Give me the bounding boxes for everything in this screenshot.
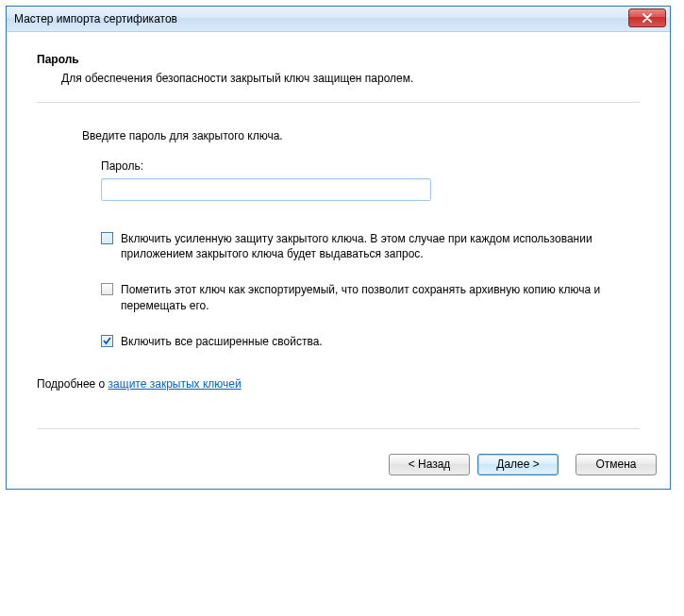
option-all-extended[interactable]: Включить все расширенные свойства.: [101, 334, 619, 349]
learn-more: Подробнее о защите закрытых ключей: [37, 377, 640, 391]
section-description: Для обеспечения безопасности закрытый кл…: [61, 72, 640, 85]
checkbox-exportable[interactable]: [101, 283, 113, 295]
back-button[interactable]: < Назад: [389, 454, 470, 475]
section-heading: Пароль: [37, 53, 640, 66]
close-button[interactable]: [628, 8, 666, 27]
form-area: Введите пароль для закрытого ключа. Паро…: [37, 129, 640, 349]
option-all-extended-label: Включить все расширенные свойства.: [121, 334, 323, 349]
password-label: Пароль:: [101, 159, 619, 173]
window-title: Мастер импорта сертификатов: [14, 12, 177, 25]
checkbox-all-extended[interactable]: [101, 335, 113, 347]
option-strong-protection-label: Включить усиленную защиту закрытого ключ…: [121, 231, 602, 261]
learn-more-prefix: Подробнее о: [37, 377, 108, 391]
close-icon: [642, 13, 653, 23]
checkbox-strong-protection[interactable]: [101, 232, 113, 244]
titlebar: Мастер импорта сертификатов: [7, 7, 670, 32]
wizard-content: Пароль Для обеспечения безопасности закр…: [7, 32, 670, 442]
learn-more-link[interactable]: защите закрытых ключей: [108, 377, 242, 391]
wizard-window: Мастер импорта сертификатов Пароль Для о…: [6, 6, 671, 490]
divider-top: [37, 102, 640, 103]
divider-bottom: [37, 428, 640, 429]
password-input[interactable]: [101, 178, 431, 201]
next-button[interactable]: Далее >: [477, 454, 559, 475]
option-exportable[interactable]: Пометить этот ключ как экспортируемый, ч…: [101, 282, 619, 312]
cancel-button[interactable]: Отмена: [576, 454, 657, 475]
option-strong-protection[interactable]: Включить усиленную защиту закрытого ключ…: [101, 231, 619, 261]
button-row: < Назад Далее > Отмена: [7, 442, 670, 489]
options-group: Включить усиленную защиту закрытого ключ…: [101, 231, 619, 349]
password-prompt: Введите пароль для закрытого ключа.: [82, 129, 619, 142]
option-exportable-label: Пометить этот ключ как экспортируемый, ч…: [121, 282, 602, 312]
